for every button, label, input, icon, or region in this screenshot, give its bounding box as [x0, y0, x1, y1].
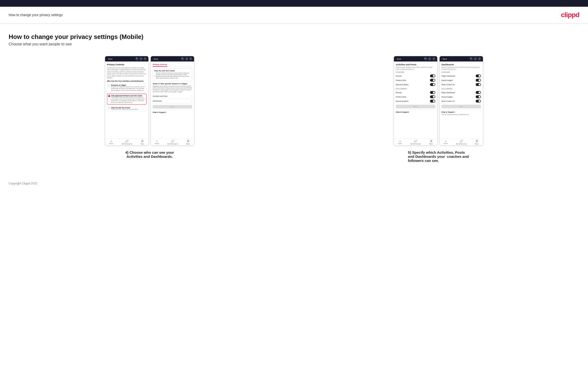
radio-only-you-coach[interactable]: Only You and Your Coach Only you and the… — [107, 106, 147, 111]
dashboards-title: Dashboards — [441, 63, 481, 66]
toggle-what-to-work-followers-switch[interactable] — [476, 100, 481, 103]
round-insights-followers-label: Round Insights — [441, 96, 453, 98]
footer-performance-4[interactable]: 📈 My Performance — [456, 140, 467, 145]
people-icon-4[interactable]: 👤 — [474, 57, 477, 60]
home-icon-3: ⌂ — [399, 140, 401, 142]
footer-menu-1[interactable]: ☰ Menu — [141, 140, 144, 145]
phone-1-footer: ⌂ Home 📈 My Performance ☰ Menu — [105, 138, 148, 145]
toggle-round-insights-followers-switch[interactable] — [476, 95, 481, 98]
radio-everyone[interactable]: Everyone on Clippd Everyone on Clippd ca… — [107, 83, 147, 92]
toggle-drills-followers-switch[interactable] — [430, 95, 435, 98]
popup-radio — [154, 75, 155, 77]
who-can-see-title: Who Can See Your Activities and Dashboar… — [107, 80, 147, 82]
people-icon[interactable]: 👤 — [139, 57, 142, 60]
phone-4-icons: 🔍 👤 ⚙ — [470, 57, 481, 60]
settings-icon-2[interactable]: ⚙ — [189, 57, 192, 60]
toggle-round-insights-followers: Round Insights — [441, 95, 481, 99]
menu-icon-2: ☰ — [187, 140, 189, 143]
show-hide-title: Show or hide specific features in Clippd — [153, 83, 192, 85]
round-insights-coaches-label: Round Insights — [441, 80, 453, 81]
radio-text-approved: Only Approved Followers and Your Coach O… — [111, 95, 145, 103]
footer-performance-label-4: My Performance — [456, 143, 467, 145]
followers-label-3: FOLLOWERS — [396, 88, 435, 90]
list-activities-posts[interactable]: Activities and Posts › — [153, 94, 192, 99]
back-button-1[interactable]: ‹ Back — [107, 58, 112, 60]
toggle-manual-coaches-switch[interactable] — [430, 83, 435, 86]
search-icon-3[interactable]: 🔍 — [424, 57, 427, 60]
people-icon-3[interactable]: 👤 — [428, 57, 431, 60]
save-button-4[interactable]: Save — [441, 105, 481, 108]
toggle-round-insights-coaches-switch[interactable] — [476, 79, 481, 82]
settings-icon[interactable]: ⚙ — [144, 57, 147, 60]
footer-home-label: Home — [109, 143, 113, 144]
toggle-player-dash-coaches-switch[interactable] — [476, 75, 481, 77]
manual-followers-label: Manual Activities — [396, 100, 408, 102]
footer-menu-3[interactable]: ☰ Menu — [429, 140, 433, 145]
player-dashboard-followers-label: Player Dashboard — [441, 92, 455, 93]
back-button-3[interactable]: ‹ Back — [396, 58, 401, 60]
privacy-controls-desc: Control how and your data appears to eve… — [107, 67, 147, 79]
screenshot-group-1: ‹ Back 🔍 👤 ⚙ Privacy Controls Control ho… — [9, 56, 291, 163]
footer-performance-2[interactable]: 📈 My Performance — [167, 140, 178, 145]
coaches-label-3: COACHES — [396, 71, 435, 73]
screenshot-pair-1: ‹ Back 🔍 👤 ⚙ Privacy Controls Control ho… — [105, 56, 194, 146]
search-icon-4[interactable]: 🔍 — [470, 57, 473, 60]
radio-circle-approved — [108, 95, 110, 97]
tab-bar-2: Privacy Controls — [153, 63, 192, 67]
drills-followers-label: Practice Drills — [396, 96, 406, 98]
search-icon[interactable]: 🔍 — [135, 57, 138, 60]
tab-privacy-controls[interactable]: Privacy Controls — [153, 63, 167, 67]
activities-posts-desc: Select the types of activity that you'd … — [396, 67, 435, 70]
radio-approved-followers[interactable]: Only Approved Followers and Your Coach O… — [107, 94, 147, 105]
settings-icon-4[interactable]: ⚙ — [478, 57, 481, 60]
phone-2-footer: ⌂ Home 📈 My Performance ☰ Menu — [151, 138, 194, 145]
drills-coaches-label: Practice Drills — [396, 80, 406, 81]
footer-home-4[interactable]: ⌂ Home — [444, 140, 448, 145]
footer-performance-label: My Performance — [122, 143, 132, 145]
phone-2-icons: 🔍 👤 ⚙ — [181, 57, 192, 60]
footer-performance-1[interactable]: 📈 My Performance — [122, 140, 132, 145]
search-icon-2[interactable]: 🔍 — [181, 57, 184, 60]
toggle-player-dashboard-coaches: Player Dashboard — [441, 74, 481, 78]
toggle-player-dash-followers-switch[interactable] — [476, 91, 481, 94]
screenshot-pair-2: ‹ Back 🔍 👤 ⚙ Activities and Posts Select… — [394, 56, 483, 146]
save-button-3[interactable]: Save — [396, 105, 435, 108]
save-button-2[interactable]: Save — [153, 105, 192, 108]
activities-posts-title: Activities and Posts — [396, 63, 435, 66]
chevron-right-icon-2: › — [192, 100, 192, 102]
footer-performance-label-3: My Performance — [410, 143, 421, 145]
toggle-manual-followers-switch[interactable] — [430, 100, 435, 103]
radio-circle-everyone — [108, 84, 110, 86]
footer-home-1[interactable]: ⌂ Home — [109, 140, 113, 145]
settings-icon-3[interactable]: ⚙ — [432, 57, 435, 60]
phone-4-header: ‹ Back 🔍 👤 ⚙ — [440, 56, 483, 61]
footer-home-2[interactable]: ⌂ Home — [155, 140, 159, 145]
toggle-rounds-coaches-switch[interactable] — [430, 75, 435, 77]
back-button-2[interactable]: ‹ Back — [153, 58, 158, 60]
people-icon-2[interactable]: 👤 — [185, 57, 188, 60]
chart-icon-4: 📈 — [459, 140, 463, 143]
toggle-drills-coaches-switch[interactable] — [430, 79, 435, 82]
footer-menu-label-4: Menu — [475, 143, 479, 145]
phone-2-header: ‹ Back 🔍 👤 ⚙ — [151, 56, 194, 61]
footer-home-3[interactable]: ⌂ Home — [398, 140, 402, 145]
back-button-4[interactable]: ‹ Back — [441, 58, 447, 60]
radio-text-everyone: Everyone on Clippd Everyone on Clippd ca… — [111, 84, 145, 91]
menu-icon-4: ☰ — [476, 140, 478, 143]
toggle-player-dashboard-followers: Player Dashboard — [441, 90, 481, 95]
footer-menu-4[interactable]: ☰ Menu — [475, 140, 479, 145]
chart-icon-2: 📈 — [171, 140, 174, 143]
list-dashboards[interactable]: Dashboards › — [153, 99, 192, 103]
footer-home-label-4: Home — [444, 143, 448, 144]
toggle-manual-coaches: Manual Activities — [396, 82, 435, 87]
footer-performance-3[interactable]: 📈 My Performance — [410, 140, 421, 145]
followers-label-4: FOLLOWERS — [441, 88, 481, 90]
screenshot-group-2: ‹ Back 🔍 👤 ⚙ Activities and Posts Select… — [297, 56, 579, 163]
footer-copyright: Copyright Clippd 2022 — [0, 177, 588, 190]
toggle-manual-followers: Manual Activities — [396, 99, 435, 103]
home-icon: ⌂ — [110, 140, 112, 142]
toggle-rounds-followers-switch[interactable] — [430, 91, 435, 94]
toggle-what-to-work-coaches-switch[interactable] — [476, 83, 481, 86]
footer-menu-label-2: Menu — [186, 143, 190, 145]
footer-menu-2[interactable]: ☰ Menu — [186, 140, 190, 145]
